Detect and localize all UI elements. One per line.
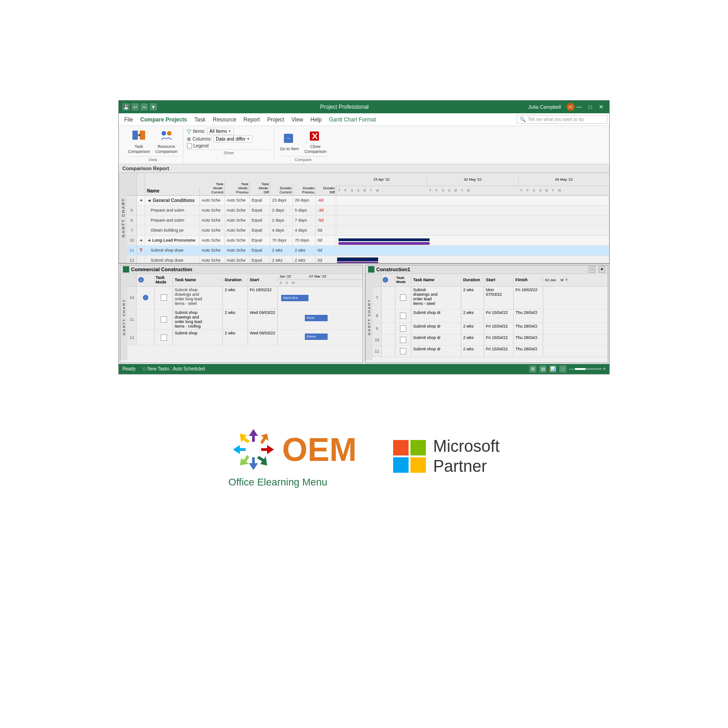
task-comparison-button[interactable]: TaskComparison (126, 128, 152, 155)
commercial-table-area: i Task Mode Task Name Duration Start Jan… (127, 274, 363, 360)
day-T5: T (518, 186, 525, 195)
close-comparison-button[interactable]: CloseComparison (303, 128, 329, 155)
gantt-chart-label-commercial: GANTT CHART (120, 274, 127, 360)
day-T1: T (336, 186, 343, 195)
columns-dropdown[interactable]: Data and differ ▼ (213, 136, 252, 142)
table-row[interactable]: 6 Prepare and subm Auto Sche Auto Sche E… (127, 216, 609, 226)
table-row[interactable]: 10 ◄ ◄ Long Lead Procureme Auto Sche Aut… (127, 236, 609, 246)
legend-checkbox[interactable]: Legend (187, 143, 208, 148)
row-mode-diff: Equal (250, 216, 270, 225)
task-mode-icon-c1 (400, 294, 406, 301)
menu-resource[interactable]: Resource (209, 115, 240, 125)
table-row[interactable]: 10 Submit shop dr 2 wks Fri 15/04/22 Thu… (373, 334, 608, 346)
day-W-comm: W (290, 280, 297, 286)
table-row[interactable]: ◄ ◄ General Conditions Auto Sche Auto Sc… (127, 196, 609, 206)
menu-file[interactable]: File (121, 115, 136, 125)
gantt-column-headers: Name TaskMode:Current TaskMode:Previou T… (127, 173, 609, 196)
table-row[interactable]: 12 Submit shop draw Auto Sche Auto Sche … (127, 256, 609, 263)
date-columns-header: 25 Apr '22 02 May '22 09 May '22 T F S S… (336, 177, 609, 195)
status-bar-icon-3[interactable]: 📊 (549, 365, 556, 373)
date-weeks-row: 25 Apr '22 02 May '22 09 May '22 (336, 177, 609, 186)
undo-icon[interactable]: ↩ (131, 103, 139, 111)
status-bar-icon-2[interactable]: ▤ (539, 365, 546, 373)
status-bar-right: ⊞ ▤ 📊 □ — + (529, 365, 606, 373)
comm-row-num: 11 (127, 309, 136, 329)
user-badge[interactable]: JC (566, 103, 575, 111)
date-days-row: T F S S M T W T F S (336, 186, 609, 195)
menu-help[interactable]: Help (307, 115, 325, 125)
table-row[interactable]: 11 Submit shop dr 2 wks Fri 15/04/22 Thu… (373, 346, 608, 357)
table-row[interactable]: 9 Submit shop dr 2 wks Fri 15/04/22 Thu … (373, 323, 608, 334)
day-M1: M (362, 186, 368, 195)
task-mode-icon (161, 334, 167, 341)
row-mode-diff: Equal (250, 206, 270, 215)
columns-icon-area: ⊞ (187, 136, 191, 142)
minimize-button[interactable]: — (575, 102, 584, 111)
zoom-slider-thumb (575, 368, 586, 370)
zoom-plus[interactable]: + (603, 366, 606, 371)
zoom-slider[interactable] (575, 368, 602, 370)
construction1-restore[interactable]: □ (589, 266, 595, 273)
row-dur-curr: 2 days (270, 216, 293, 225)
row-num-header (127, 173, 137, 195)
zoom-minus[interactable]: — (569, 366, 574, 371)
menu-compare-projects[interactable]: Compare Projects (136, 115, 191, 125)
c1-row-finish: Fri 18/03/22 (514, 287, 543, 309)
gantt-bar-steel: Steel Ere (281, 295, 308, 301)
close-button[interactable]: ✕ (597, 102, 606, 111)
table-row[interactable]: 12 Submit shop 2 wks Wed 09/03/22 (127, 330, 363, 346)
menu-gantt-chart-format[interactable]: Gantt Chart Format (325, 115, 379, 125)
row-name-cell: Prepare and subm (145, 216, 200, 225)
menu-report[interactable]: Report (240, 115, 263, 125)
redo-icon[interactable]: ↪ (141, 103, 148, 111)
status-bar-icon-1[interactable]: ⊞ (529, 365, 536, 373)
c1-row-num: 11 (373, 346, 382, 357)
commercial-window-icon (123, 266, 129, 273)
search-icon: 🔍 (520, 116, 526, 122)
search-box[interactable]: 🔍 Tell me what you want to do (516, 115, 607, 124)
resource-comparison-label: ResourceComparison (156, 144, 178, 154)
customize-icon[interactable]: ▼ (150, 103, 157, 111)
goto-item-button[interactable]: → Go to Item (278, 130, 301, 152)
save-icon[interactable]: 💾 (122, 103, 130, 111)
menu-view[interactable]: View (288, 115, 307, 125)
main-content: Comparison Report GANTT CHART Name TaskM… (119, 164, 609, 374)
table-row[interactable]: 7 Submitdrawings andorder leaditems - st… (373, 287, 608, 309)
row-dur-curr: 70 days (270, 236, 293, 245)
construction1-close[interactable]: ✕ (599, 266, 605, 273)
items-dropdown-arrow: ▼ (228, 129, 232, 133)
row-name-cell: ◄ Long Lead Procureme (145, 236, 200, 245)
items-dropdown[interactable]: All Items ▼ (207, 128, 233, 135)
table-row[interactable]: 10 i Submit shopdrawings andorder long l… (127, 287, 363, 309)
status-bar-icon-4[interactable]: □ (559, 365, 566, 373)
resource-comparison-button[interactable]: ResourceComparison (154, 128, 180, 155)
day-T4: T (459, 186, 465, 195)
day-F1: F (343, 186, 349, 195)
window-controls: — □ ✕ (575, 102, 606, 111)
legend-checkbox-box (187, 143, 192, 148)
items-value: All Items (209, 129, 227, 134)
comm-row-mode (155, 330, 173, 345)
table-row[interactable]: 11 ? Submit shop draw Auto Sche Auto Sch… (127, 246, 609, 256)
table-row[interactable]: 7 Obtain building pe Auto Sche Auto Sche… (127, 226, 609, 236)
c1-finish-header: Finish (514, 278, 543, 282)
row-dur-diff: 0d (316, 246, 336, 255)
comm-start-header: Start (248, 278, 278, 282)
task-mode-icon-c1 (400, 313, 406, 319)
menu-task[interactable]: Task (191, 115, 209, 125)
task-mode-prev-header: TaskMode:Previou (225, 181, 250, 195)
table-row[interactable]: 5 Prepare and subm Auto Sche Auto Sche E… (127, 206, 609, 216)
maximize-button[interactable]: □ (586, 102, 595, 111)
branding-area: OEM Office Elearning Menu Microsoft Part… (0, 374, 728, 538)
duration-curr-header: DuratioCurrent (270, 185, 293, 195)
row-mode-prev: Auto Sche (225, 216, 250, 225)
table-row[interactable]: 11 Submit shopdrawings andorder long lea… (127, 309, 363, 330)
bar-row12-curr (337, 258, 378, 261)
menu-project[interactable]: Project (263, 115, 288, 125)
construction1-window: Construction1 □ ✕ GANTT CHART i (365, 265, 608, 363)
table-row[interactable]: 8 Submit shop dr 2 wks Fri 15/04/22 Thu … (373, 309, 608, 323)
ms-line1: Microsoft (433, 436, 500, 456)
day-W3: W (556, 186, 563, 195)
row-gantt-bar (336, 216, 609, 225)
top-spacer (0, 0, 728, 100)
